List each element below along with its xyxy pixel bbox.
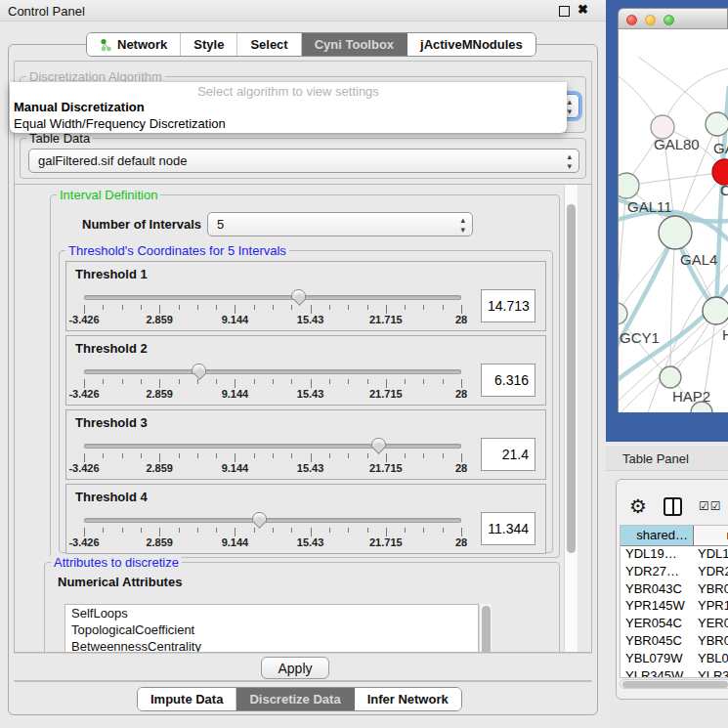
control-panel: Control Panel ✖ NetworkStyleSelectCyni T…: [0, 0, 606, 728]
network-graph: GAL80GACGAL11GAL4GCY1HHAP2: [619, 29, 728, 412]
node-table[interactable]: shared… na YDL19…YDL1YDR27…YDR2YBR043CYB…: [620, 525, 728, 678]
num-intervals-combobox[interactable]: 5 ▴▾: [207, 212, 473, 236]
settings-scrollbar[interactable]: [564, 185, 578, 652]
thresholds-group: Threshold's Coordinates for 5 Intervals …: [59, 250, 553, 553]
network-window: GAL80GACGAL11GAL4GCY1HHAP2: [618, 8, 728, 412]
network-icon: [100, 38, 112, 52]
threshold-value-field[interactable]: 21.4: [481, 438, 535, 471]
table-row[interactable]: YBR043CYBR0: [621, 581, 728, 599]
dropdown-option[interactable]: Manual Discretization: [10, 99, 567, 115]
threshold-slider[interactable]: -3.4262.8599.14415.4321.71528: [78, 512, 467, 551]
slider-thumb[interactable]: [192, 364, 206, 374]
slider-thumb[interactable]: [291, 289, 306, 300]
threshold-value-field[interactable]: 6.316: [481, 364, 535, 397]
column-header-name[interactable]: na: [694, 526, 728, 545]
table-header-row: shared… na: [621, 526, 728, 546]
slider-ticks: [84, 305, 461, 314]
table-row[interactable]: YPR145WYPR1: [621, 598, 728, 616]
threshold-label: Threshold 3: [75, 415, 148, 430]
zoom-window-icon[interactable]: [664, 15, 674, 25]
threshold-slider[interactable]: -3.4262.8599.14415.4321.71528: [78, 438, 467, 477]
table-row[interactable]: YDR27…YDR2: [621, 564, 728, 581]
attributes-group: Attributes to discretize Numerical Attri…: [44, 562, 560, 653]
table-panel-titlebar: Table Panel: [606, 445, 728, 471]
table-panel: ⚙ ☑☑ shared… na YDL19…YDL1YDR27…YDR2YBR0…: [616, 479, 728, 700]
tab-select[interactable]: Select: [237, 33, 301, 56]
threshold-label: Threshold 4: [75, 490, 148, 504]
tab-jactivemnodules[interactable]: jActiveMNodules: [407, 33, 535, 56]
table-row[interactable]: YDL19…YDL1: [621, 546, 728, 564]
num-intervals-value: 5: [217, 217, 224, 232]
apply-button[interactable]: Apply: [261, 657, 329, 679]
table-data-group: Table Data galFiltered.sif default node …: [20, 138, 586, 179]
screen: Control Panel ✖ NetworkStyleSelectCyni T…: [0, 0, 728, 728]
attributes-scrollbar[interactable]: [479, 604, 492, 653]
numerical-attributes-list[interactable]: SelfLoopsTopologicalCoefficientBetweenne…: [64, 604, 479, 653]
network-view[interactable]: GAL80GACGAL11GAL4GCY1HHAP2: [618, 29, 728, 412]
network-node-gal11[interactable]: [619, 173, 639, 198]
slider-thumb[interactable]: [252, 512, 267, 523]
node-label: GAL80: [654, 136, 700, 152]
numerical-attributes-label: Numerical Attributes: [58, 575, 182, 589]
control-panel-tabs: NetworkStyleSelectCyni ToolboxjActiveMNo…: [86, 32, 536, 57]
node-label: GA: [713, 140, 728, 156]
slider-thumb[interactable]: [371, 438, 386, 449]
table-data-combobox[interactable]: galFiltered.sif default node ▴▾: [28, 149, 579, 173]
attribute-list-item[interactable]: SelfLoops: [65, 605, 478, 621]
slider-track[interactable]: [84, 444, 461, 449]
tab-impute-data[interactable]: Impute Data: [138, 688, 236, 710]
tab-style[interactable]: Style: [181, 33, 237, 56]
combo-stepper-icon: ▴▾: [460, 215, 465, 235]
network-node-hap2[interactable]: [660, 366, 681, 388]
attribute-list-item[interactable]: TopologicalCoefficient: [65, 621, 478, 638]
apply-row: Apply: [14, 653, 592, 681]
tab-infer-network[interactable]: Infer Network: [355, 688, 461, 710]
columns-icon[interactable]: [664, 497, 682, 516]
network-node-gal4[interactable]: [659, 216, 692, 249]
node-label: GAL4: [680, 251, 717, 268]
attribute-list-item[interactable]: BetweennessCentrality: [65, 638, 478, 653]
float-panel-icon[interactable]: [559, 6, 570, 17]
node-label: C: [720, 182, 728, 198]
threshold-value-field[interactable]: 14.713: [481, 289, 535, 322]
thresholds-group-title: Threshold's Coordinates for 5 Intervals: [65, 243, 289, 258]
slider-track[interactable]: [84, 295, 461, 300]
dropdown-placeholder: Select algorithm to view settings: [10, 82, 567, 99]
tab-network[interactable]: Network: [87, 33, 181, 56]
slider-tick-labels: -3.4262.8599.14415.4321.71528: [84, 314, 461, 326]
table-toolbar: ⚙ ☑☑: [622, 492, 728, 521]
network-window-titlebar: [618, 8, 728, 29]
tab-cyni-toolbox[interactable]: Cyni Toolbox: [302, 33, 407, 56]
network-node-h[interactable]: [703, 297, 728, 324]
threshold-panel: Threshold 1 -3.4262.8599.14415.4321.7152…: [65, 261, 546, 331]
close-panel-icon[interactable]: ✖: [578, 2, 588, 17]
slider-ticks: [84, 453, 461, 462]
network-node-gcy1[interactable]: [619, 303, 627, 324]
table-row[interactable]: YER054CYER0: [621, 616, 728, 633]
gear-icon[interactable]: ⚙: [629, 496, 647, 516]
threshold-slider[interactable]: -3.4262.8599.14415.4321.71528: [78, 364, 467, 403]
threshold-slider[interactable]: -3.4262.8599.14415.4321.71528: [78, 289, 467, 328]
network-node-ga[interactable]: [706, 112, 728, 136]
tab-discretize-data[interactable]: Discretize Data: [236, 688, 354, 710]
close-window-icon[interactable]: [626, 15, 637, 25]
combo-stepper-icon: ▴▾: [567, 97, 572, 116]
table-data-group-title: Table Data: [26, 131, 93, 146]
table-horizontal-scrollbar[interactable]: [620, 679, 728, 689]
slider-track[interactable]: [84, 369, 461, 374]
table-row[interactable]: YBL079WYBL0: [621, 651, 728, 668]
threshold-panel: Threshold 4 -3.4262.8599.14415.4321.7152…: [65, 484, 546, 554]
control-panel-titlebar: Control Panel ✖: [0, 0, 606, 21]
attributes-group-title: Attributes to discretize: [51, 555, 182, 570]
select-columns-icon[interactable]: ☑☑: [699, 499, 722, 513]
threshold-value-field[interactable]: 11.344: [481, 512, 535, 545]
minimize-window-icon[interactable]: [645, 15, 656, 25]
slider-track[interactable]: [84, 518, 461, 523]
dropdown-option[interactable]: Equal Width/Frequency Discretization: [10, 115, 567, 132]
combo-stepper-icon: ▴▾: [567, 151, 572, 171]
threshold-label: Threshold 1: [75, 267, 148, 281]
table-row[interactable]: YLR345WYLR3: [621, 668, 728, 678]
table-row[interactable]: YBR045CYBR0: [621, 633, 728, 651]
threshold-panel: Threshold 2 -3.4262.8599.14415.4321.7152…: [65, 335, 546, 406]
column-header-shared-name[interactable]: shared…: [621, 526, 694, 545]
